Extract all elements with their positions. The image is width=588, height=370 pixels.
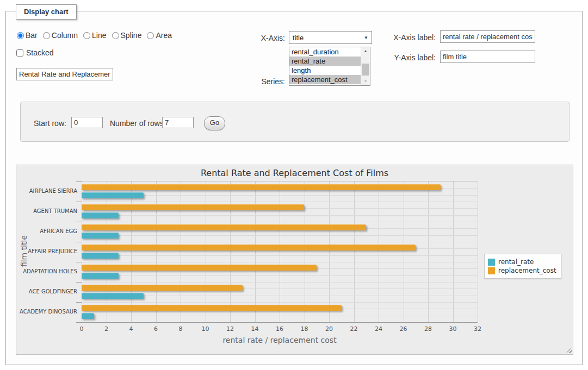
x-tick-label: 8 [179,325,183,333]
chart-type-label: Spline [121,31,142,40]
bar-rental_rate [82,293,144,299]
page: Display chart BarColumnLineSplineArea St… [0,0,588,370]
series-option-length[interactable]: length [289,66,361,75]
y-axis-label-label: Y-Axis label: [381,53,436,62]
bar-rental_rate [82,273,119,279]
chart-type-label: Area [156,31,172,40]
gridline [82,235,478,236]
gridline [181,181,181,322]
y-axis-tick [76,202,82,202]
x-axis-select-value: title [293,34,304,42]
bar-replacement_cost [82,184,441,190]
gridline [156,181,157,322]
gridline [82,202,478,202]
scrollbar-thumb[interactable] [362,64,369,76]
series-option-replacement_cost[interactable]: replacement_cost [289,75,361,84]
legend-item-replacement_cost: replacement_cost [488,267,556,274]
scroll-up-icon[interactable]: ▲ [361,47,370,55]
gridline [329,181,330,322]
gridline [305,181,305,322]
gridline [379,181,379,322]
y-axis-tick [76,282,82,283]
bar-replacement_cost [82,305,342,311]
y-axis-label-input[interactable] [440,51,535,63]
series-option-rental_duration[interactable]: rental_duration [289,47,361,57]
chart-type-group: BarColumnLineSplineArea [17,31,174,40]
x-tick-label: 4 [129,325,133,333]
gridline [478,181,478,322]
chart-type-label: Bar [26,31,38,40]
series-listbox[interactable]: rental_durationrental_ratelengthreplacem… [289,47,370,86]
x-tick-label: 30 [449,325,457,333]
row-range-panel: Start row: Number of rows: Go [20,102,570,142]
x-axis-select[interactable]: title ▼ [289,31,372,44]
chart-type-radio-spline[interactable] [112,32,119,39]
gridline [82,262,478,262]
y-axis-tick [76,242,82,242]
x-tick-label: 28 [424,325,432,333]
legend-label: replacement_cost [498,267,556,274]
series-listbox-label: Series: [234,77,285,86]
gridline [255,181,256,322]
bar-rental_rate [82,192,144,198]
y-axis-tick [76,262,82,262]
gridline [453,181,454,322]
chart-type-option-column[interactable]: Column [43,31,78,40]
chart-type-option-spline[interactable]: Spline [112,31,142,40]
legend-item-rental_rate: rental_rate [488,258,556,266]
x-tick-label: 6 [154,325,158,333]
x-axis-label-input[interactable] [440,30,535,43]
y-axis-tick [76,181,82,182]
x-tick-label: 16 [276,325,283,333]
x-tick-label: 24 [375,325,382,333]
stacked-checkbox[interactable] [16,49,23,57]
gridline [280,181,280,322]
category-label: ACE GOLDFINGER [20,289,77,294]
number-of-rows-input[interactable] [162,117,194,128]
gridline [230,181,231,322]
gridline [131,181,132,322]
category-label: AFRICAN EGG [20,228,77,234]
chevron-down-icon: ▼ [364,35,368,40]
chart-type-option-area[interactable]: Area [147,31,172,40]
resize-handle-icon[interactable] [566,347,572,353]
chart-type-label: Column [52,31,78,40]
gridline [82,181,82,322]
chart-type-option-bar[interactable]: Bar [17,31,38,40]
chart-type-option-line[interactable]: Line [83,31,106,40]
chart-type-radio-area[interactable] [147,32,154,39]
start-row-input[interactable] [71,117,103,128]
chart-type-radio-column[interactable] [43,32,50,39]
go-button[interactable]: Go [204,116,225,130]
gridline [82,242,478,242]
scroll-down-icon[interactable]: ▼ [361,78,370,85]
y-axis-tick [76,302,82,303]
x-tick-label: 2 [104,325,108,333]
bar-replacement_cost [82,285,243,291]
bar-rental_rate [82,313,94,319]
chart-title: Rental Rate and Replacement Cost of Film… [16,168,573,178]
bar-replacement_cost [82,204,304,210]
gridline [107,181,107,322]
chart-type-radio-bar[interactable] [17,32,24,39]
y-axis-tick [76,222,82,222]
legend-swatch-icon [488,259,495,266]
series-option-rental_rate[interactable]: rental_rate [289,57,361,66]
chart-legend: rental_ratereplacement_cost [484,254,561,279]
chart-type-radio-line[interactable] [83,32,90,39]
bar-replacement_cost [82,224,366,230]
x-tick-label: 0 [80,325,84,333]
chart-panel: Rental Rate and Replacement Cost of Film… [16,165,573,355]
gridline [404,181,404,322]
legend-label: rental_rate [498,258,534,266]
y-axis-tick [76,322,82,323]
category-label: AIRPLANE SIERRA [20,188,77,194]
gridline [428,181,429,322]
x-tick-label: 22 [350,325,358,333]
bar-replacement_cost [82,244,416,250]
series-listbox-scrollbar[interactable]: ▲ ▼ [361,47,370,85]
chart-type-label: Line [92,31,106,40]
chart-title-input[interactable] [16,68,113,80]
x-tick-label: 14 [251,325,259,333]
gridline [82,275,478,276]
